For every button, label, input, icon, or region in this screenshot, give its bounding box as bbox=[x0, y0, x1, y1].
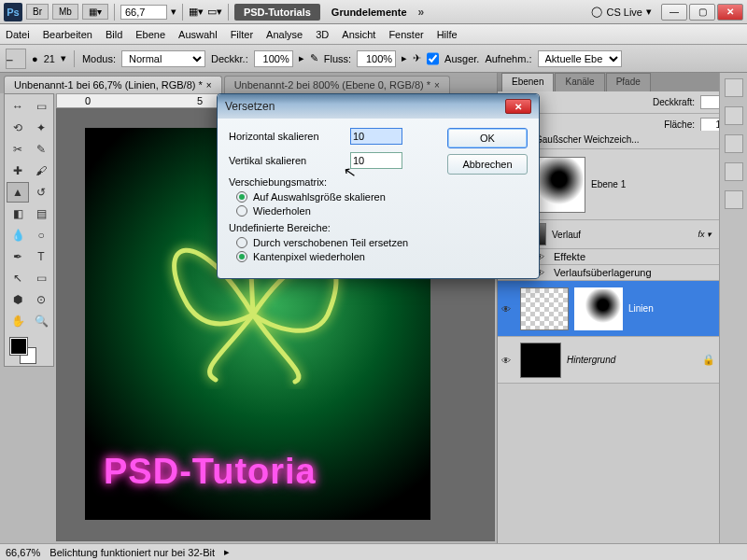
visibility-icon[interactable] bbox=[501, 355, 514, 366]
lasso-tool[interactable]: ⟲ bbox=[7, 118, 29, 138]
3d-tool[interactable]: ⬢ bbox=[7, 289, 29, 310]
pen-tool[interactable]: ✒ bbox=[7, 246, 29, 267]
tab-ebenen[interactable]: Ebenen bbox=[501, 73, 554, 91]
adjustments-panel-icon[interactable] bbox=[725, 162, 743, 181]
history-brush-tool[interactable]: ↺ bbox=[30, 182, 52, 203]
radio-icon[interactable] bbox=[236, 191, 247, 203]
masks-panel-icon[interactable] bbox=[725, 190, 743, 209]
eraser-tool[interactable]: ◧ bbox=[7, 203, 29, 224]
status-zoom[interactable]: 66,67% bbox=[6, 547, 40, 558]
close-button[interactable]: ✕ bbox=[717, 4, 743, 21]
hand-tool[interactable]: ✋ bbox=[7, 311, 29, 331]
crop-tool[interactable]: ✂ bbox=[7, 139, 29, 160]
cslive-icon[interactable]: ◯ bbox=[591, 6, 602, 18]
ausger-checkbox[interactable] bbox=[427, 50, 439, 67]
menu-ebene[interactable]: Ebene bbox=[135, 29, 165, 40]
document-tab-1[interactable]: Unbenannt-1 bei 66,7% (Linien, RGB/8) *× bbox=[4, 76, 222, 93]
close-icon[interactable]: × bbox=[434, 80, 440, 91]
menu-3d[interactable]: 3D bbox=[316, 29, 329, 40]
tablet-pressure-opacity-icon[interactable]: ✎ bbox=[310, 52, 318, 64]
bridge-button[interactable]: Br bbox=[26, 4, 49, 20]
radio-repeat-edge[interactable]: Kantenpixel wiederholen bbox=[236, 251, 528, 262]
menu-filter[interactable]: Filter bbox=[231, 29, 253, 40]
move-tool[interactable]: ↔ bbox=[7, 96, 29, 117]
menu-hilfe[interactable]: Hilfe bbox=[437, 29, 458, 40]
workspace-secondary[interactable]: Grundelemente bbox=[324, 4, 415, 21]
dialog-close-button[interactable]: ✕ bbox=[505, 99, 531, 114]
marquee-tool[interactable]: ▭ bbox=[30, 96, 52, 117]
layer-linien[interactable]: Linien bbox=[498, 281, 719, 337]
cancel-button[interactable]: Abbrechen bbox=[447, 154, 528, 175]
layer-thumb[interactable] bbox=[520, 287, 569, 330]
visibility-icon[interactable] bbox=[501, 303, 514, 315]
menu-bild[interactable]: Bild bbox=[106, 29, 122, 40]
deckkraft-input[interactable] bbox=[254, 50, 293, 67]
workspace-active[interactable]: PSD-Tutorials bbox=[234, 4, 320, 21]
brush-size-label: 21 bbox=[44, 53, 55, 64]
menu-ansicht[interactable]: Ansicht bbox=[342, 29, 375, 40]
aufnehm-select[interactable]: Aktuelle Ebene bbox=[538, 50, 622, 67]
heal-tool[interactable]: ✚ bbox=[7, 161, 29, 181]
zoom-input[interactable] bbox=[120, 5, 167, 20]
type-tool[interactable]: T bbox=[30, 246, 52, 267]
cslive-dropdown-icon[interactable]: ▾ bbox=[646, 6, 652, 18]
zoom-dropdown-icon[interactable]: ▾ bbox=[171, 6, 176, 18]
fg-color-swatch[interactable] bbox=[10, 338, 27, 355]
menu-analyse[interactable]: Analyse bbox=[266, 29, 303, 40]
status-arrow-icon[interactable]: ▸ bbox=[224, 546, 230, 558]
color-swatches[interactable] bbox=[7, 336, 52, 364]
document-tab-2[interactable]: Unbenannt-2 bei 800% (Ebene 0, RGB/8) *× bbox=[224, 76, 450, 93]
workspace-more-icon[interactable]: » bbox=[418, 6, 425, 19]
eyedropper-tool[interactable]: ✎ bbox=[30, 139, 52, 160]
radio-icon[interactable] bbox=[236, 205, 247, 217]
3d-camera-tool[interactable]: ⊙ bbox=[30, 289, 52, 310]
view-extras-button[interactable]: ▦▾ bbox=[189, 6, 204, 18]
close-icon[interactable]: × bbox=[206, 80, 212, 91]
tab-kanaele[interactable]: Kanäle bbox=[555, 73, 604, 91]
brush-tool[interactable]: 🖌 bbox=[30, 161, 52, 181]
wand-tool[interactable]: ✦ bbox=[30, 118, 52, 138]
zoom-tool[interactable]: 🔍 bbox=[30, 311, 52, 331]
stamp-tool[interactable]: ▲ bbox=[7, 182, 29, 203]
brush-dropdown-icon[interactable]: ▾ bbox=[61, 52, 66, 64]
menu-auswahl[interactable]: Auswahl bbox=[178, 29, 218, 40]
path-tool[interactable]: ↖ bbox=[7, 268, 29, 288]
fluss-input[interactable] bbox=[357, 50, 396, 67]
current-tool-icon[interactable]: ⎯ bbox=[6, 49, 26, 69]
radio-wrap[interactable]: Durch verschobenen Teil ersetzen bbox=[236, 237, 528, 248]
ok-button[interactable]: OK bbox=[447, 128, 528, 148]
fx-badge[interactable]: fx ▾ bbox=[694, 230, 715, 239]
deckkraft-arrow-icon[interactable]: ▸ bbox=[299, 52, 304, 64]
swatches-panel-icon[interactable] bbox=[725, 106, 743, 125]
dialog-titlebar[interactable]: Versetzen ✕ bbox=[218, 94, 539, 119]
shape-tool[interactable]: ▭ bbox=[30, 268, 52, 288]
radio-tile[interactable]: Wiederholen bbox=[236, 205, 528, 217]
minibridge-button[interactable]: Mb bbox=[52, 4, 78, 20]
menu-fenster[interactable]: Fenster bbox=[388, 29, 423, 40]
layer-mask-thumb[interactable] bbox=[574, 287, 623, 330]
blur-tool[interactable]: 💧 bbox=[7, 225, 29, 245]
tab-pfade[interactable]: Pfade bbox=[606, 73, 651, 91]
cslive-label[interactable]: CS Live bbox=[606, 7, 642, 18]
fluss-arrow-icon[interactable]: ▸ bbox=[402, 52, 407, 64]
menu-bearbeiten[interactable]: Bearbeiten bbox=[43, 29, 92, 40]
layer-hintergrund[interactable]: Hintergrund 🔒 bbox=[498, 337, 719, 384]
dodge-tool[interactable]: ○ bbox=[30, 225, 52, 245]
vscale-input[interactable] bbox=[350, 152, 402, 169]
modus-select[interactable]: Normal bbox=[121, 50, 205, 67]
radio-stretch[interactable]: Auf Auswahlsgröße skalieren bbox=[236, 191, 528, 203]
menu-datei[interactable]: Datei bbox=[6, 29, 30, 40]
brush-preset-icon[interactable]: ● bbox=[32, 53, 38, 64]
gradient-tool[interactable]: ▤ bbox=[30, 203, 52, 224]
maximize-button[interactable]: ▢ bbox=[689, 4, 715, 21]
layer-thumb[interactable] bbox=[520, 343, 561, 378]
radio-icon[interactable] bbox=[236, 237, 247, 248]
radio-icon[interactable] bbox=[236, 251, 247, 262]
layout-button[interactable]: ▦▾ bbox=[82, 4, 108, 20]
minimize-button[interactable]: — bbox=[661, 4, 687, 21]
screen-mode-button[interactable]: ▭▾ bbox=[207, 6, 222, 18]
airbrush-icon[interactable]: ✈ bbox=[413, 52, 421, 64]
styles-panel-icon[interactable] bbox=[725, 134, 743, 153]
color-panel-icon[interactable] bbox=[725, 78, 743, 97]
hscale-input[interactable] bbox=[350, 128, 402, 145]
